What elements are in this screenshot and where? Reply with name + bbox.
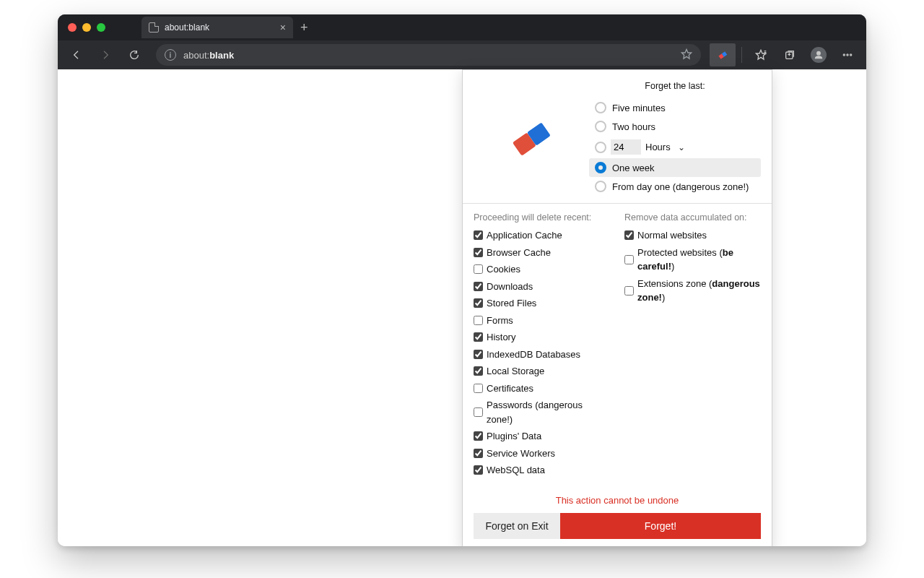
svg-point-12: [847, 54, 848, 56]
forget-on-exit-button[interactable]: Forget on Exit: [474, 513, 560, 539]
close-tab-button[interactable]: ×: [280, 22, 286, 33]
checkbox-item[interactable]: Cookies: [474, 261, 610, 278]
site-info-icon[interactable]: i: [165, 49, 176, 61]
checkbox-label: Local Storage: [487, 364, 544, 379]
time-option-five-minutes[interactable]: Five minutes: [589, 98, 761, 117]
browser-tab[interactable]: about:blank ×: [141, 17, 293, 38]
checkbox[interactable]: [624, 255, 634, 264]
popup-body: Proceeding will delete recent: Applicati…: [463, 203, 772, 486]
checkbox[interactable]: [474, 230, 483, 240]
eraser-icon: [717, 49, 728, 61]
time-option-one-week[interactable]: One week: [589, 158, 761, 177]
checkbox[interactable]: [474, 407, 483, 417]
checkbox[interactable]: [624, 230, 634, 240]
svg-marker-3: [756, 50, 765, 59]
time-option-day-one[interactable]: From day one (dangerous zone!): [589, 177, 761, 196]
remove-data-column: Remove data accumulated on: Normal websi…: [624, 212, 761, 479]
radio-icon: [595, 121, 606, 132]
checkbox-item[interactable]: Extensions zone (dangerous zone!): [624, 275, 761, 306]
svg-marker-0: [681, 49, 691, 59]
checkbox-label: History: [487, 330, 515, 345]
checkbox[interactable]: [474, 431, 483, 441]
checkbox[interactable]: [624, 286, 634, 296]
close-window-button[interactable]: [68, 23, 77, 32]
svg-point-11: [843, 54, 845, 56]
remove-data-header: Remove data accumulated on:: [624, 212, 761, 223]
warning-text: This action cannot be undone: [463, 486, 772, 513]
checkbox-item[interactable]: Protected websites (be careful!): [624, 244, 761, 275]
checkbox[interactable]: [474, 248, 483, 257]
url-text: about:blank: [183, 50, 234, 61]
favorite-button[interactable]: [681, 48, 692, 62]
checkbox-label: Forms: [487, 314, 513, 328]
checkbox-label: Extensions zone (dangerous zone!): [637, 277, 761, 305]
chevron-down-icon[interactable]: ⌄: [678, 142, 685, 152]
refresh-button[interactable]: [121, 43, 147, 66]
delete-items-header: Proceeding will delete recent:: [474, 212, 610, 223]
time-option-custom-hours[interactable]: Hours ⌄: [589, 136, 761, 158]
checkbox-label: Service Workers: [487, 447, 555, 461]
checkbox-item[interactable]: Passwords (dangerous zone!): [474, 397, 610, 428]
checkbox[interactable]: [474, 298, 483, 308]
forward-button[interactable]: [92, 43, 118, 66]
favorites-button[interactable]: [748, 43, 774, 66]
back-button[interactable]: [64, 43, 90, 66]
checkbox-item[interactable]: Application Cache: [474, 227, 610, 244]
window-controls: [64, 23, 113, 32]
checkbox-label: Stored Files: [487, 296, 536, 311]
checkbox-label: Protected websites (be careful!): [637, 246, 761, 274]
checkbox-item[interactable]: Forms: [474, 312, 610, 329]
menu-button[interactable]: [834, 43, 860, 66]
maximize-window-button[interactable]: [97, 23, 105, 32]
profile-button[interactable]: [806, 43, 832, 66]
checkbox-label: Certificates: [487, 381, 533, 396]
checkbox-label: WebSQL data: [487, 463, 545, 478]
checkbox[interactable]: [474, 316, 483, 325]
radio-icon: [595, 142, 606, 153]
toolbar-separator: [741, 47, 742, 63]
checkbox[interactable]: [474, 264, 483, 274]
checkbox[interactable]: [474, 282, 483, 291]
eraser-icon: [506, 117, 557, 160]
checkbox-item[interactable]: Normal websites: [624, 227, 761, 244]
forget-label: Forget the last:: [589, 81, 761, 91]
eraser-extension-button[interactable]: [710, 43, 736, 66]
extension-popup: Forget the last: Five minutes Two hours …: [462, 69, 772, 546]
checkbox[interactable]: [474, 366, 483, 376]
new-tab-button[interactable]: +: [300, 21, 308, 34]
minimize-window-button[interactable]: [82, 23, 91, 32]
checkbox-item[interactable]: Local Storage: [474, 363, 610, 380]
checkbox-item[interactable]: History: [474, 329, 610, 346]
browser-window: about:blank × + i about:blank: [58, 14, 866, 546]
toolbar: i about:blank: [58, 40, 866, 69]
checkbox-item[interactable]: Service Workers: [474, 445, 610, 462]
address-bar[interactable]: i about:blank: [156, 44, 701, 66]
checkbox-item[interactable]: Browser Cache: [474, 244, 610, 262]
svg-point-13: [850, 54, 852, 56]
checkbox-item[interactable]: IndexedDB Databases: [474, 346, 610, 363]
collections-button[interactable]: [777, 43, 803, 66]
checkbox-item[interactable]: Downloads: [474, 278, 610, 296]
popup-header: Forget the last: Five minutes Two hours …: [463, 70, 772, 203]
checkbox-item[interactable]: WebSQL data: [474, 462, 610, 479]
checkbox-label: Downloads: [487, 280, 533, 294]
checkbox[interactable]: [474, 332, 483, 342]
checkbox-label: Browser Cache: [487, 246, 551, 260]
checkbox-item[interactable]: Certificates: [474, 380, 610, 397]
checkbox-item[interactable]: Plugins' Data: [474, 428, 610, 445]
radio-icon: [595, 162, 606, 173]
radio-icon: [595, 181, 606, 192]
checkbox-label: Plugins' Data: [487, 429, 541, 444]
time-option-two-hours[interactable]: Two hours: [589, 117, 761, 136]
popup-actions: Forget on Exit Forget!: [463, 513, 772, 547]
checkbox-item[interactable]: Stored Files: [474, 295, 610, 312]
checkbox[interactable]: [474, 384, 483, 393]
checkbox[interactable]: [474, 350, 483, 359]
page-icon: [149, 22, 159, 33]
hours-input[interactable]: [611, 139, 641, 155]
checkbox[interactable]: [474, 465, 483, 475]
checkbox[interactable]: [474, 449, 483, 458]
tab-bar: about:blank × +: [58, 14, 866, 40]
forget-button[interactable]: Forget!: [560, 513, 761, 539]
checkbox-label: Cookies: [487, 262, 520, 277]
